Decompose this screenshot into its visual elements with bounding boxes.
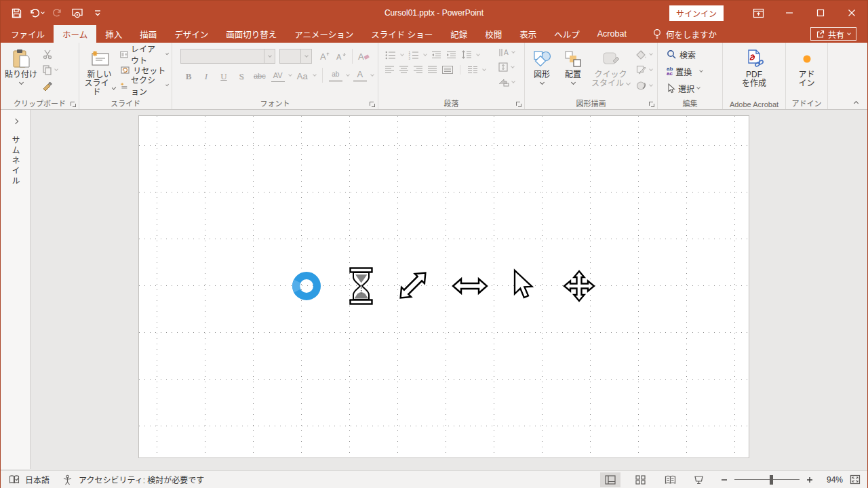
accessibility-status[interactable]: アクセシビリティ: 検討が必要です <box>79 474 204 485</box>
collapse-ribbon-button[interactable] <box>851 98 861 106</box>
svg-text:A: A <box>358 52 364 61</box>
paste-button[interactable]: 貼り付け <box>2 45 40 98</box>
tab-view[interactable]: 表示 <box>511 25 545 43</box>
tab-transitions[interactable]: 画面切り替え <box>217 25 285 43</box>
arrange-button[interactable]: 配置 <box>557 45 589 98</box>
clipboard-dialog-launcher[interactable] <box>70 101 77 108</box>
bullets-icon <box>385 51 396 60</box>
layout-dropdown-icon[interactable] <box>165 52 169 55</box>
tab-draw[interactable]: 描画 <box>131 25 165 43</box>
find-button[interactable]: 検索 <box>665 47 705 61</box>
tab-help[interactable]: ヘルプ <box>545 25 589 43</box>
ribbon-display-options-button[interactable] <box>743 1 774 25</box>
save-icon[interactable] <box>7 4 25 22</box>
normal-view-button[interactable] <box>600 472 620 487</box>
bold-button: B <box>182 68 195 82</box>
font-size-dropdown-icon[interactable] <box>300 49 311 63</box>
reading-view-button[interactable] <box>660 472 680 487</box>
tab-insert[interactable]: 挿入 <box>96 25 131 43</box>
sign-in-button[interactable]: サインイン <box>669 5 724 21</box>
slide-sorter-view-button[interactable] <box>630 472 650 487</box>
section-button[interactable]: セクション <box>118 79 170 92</box>
cursor-resize-diagonal[interactable] <box>396 268 431 303</box>
tab-file[interactable]: ファイル <box>2 25 54 43</box>
paragraph-group-label: 段落 <box>378 98 524 108</box>
quick-styles-icon <box>601 47 620 70</box>
select-dropdown-icon[interactable] <box>696 85 701 89</box>
thumbnail-pane-collapsed[interactable]: サムネイル <box>1 110 31 469</box>
convert-smartart-button <box>498 77 515 87</box>
replace-button[interactable]: ab ac 置換 <box>665 64 705 78</box>
zoom-percentage[interactable]: 94% <box>820 475 843 485</box>
quick-styles-label-2: スタイル <box>591 79 624 88</box>
zoom-slider[interactable] <box>734 475 800 485</box>
slideshow-view-button[interactable] <box>688 472 709 487</box>
tab-animations[interactable]: アニメーション <box>285 25 362 43</box>
drawing-dialog-launcher[interactable] <box>648 101 655 108</box>
section-dropdown-icon[interactable] <box>165 83 169 86</box>
tab-design[interactable]: デザイン <box>165 25 217 43</box>
select-button[interactable]: 選択 <box>665 81 705 95</box>
window-title-text: Cursol01.pptx - PowerPoint <box>384 8 484 18</box>
addins-button[interactable]: アド イン <box>791 45 823 98</box>
tab-acrobat[interactable]: Acrobat <box>589 25 635 43</box>
shapes-button[interactable]: 図形 <box>526 45 557 98</box>
create-pdf-button[interactable]: PDF を作成 <box>738 45 770 98</box>
tab-home[interactable]: ホーム <box>54 25 96 43</box>
slide[interactable] <box>138 115 749 458</box>
arrange-dropdown-icon[interactable] <box>570 80 575 85</box>
customize-qat-button[interactable] <box>89 4 106 22</box>
zoom-out-button[interactable] <box>719 474 729 485</box>
slideshow-from-start-button[interactable] <box>68 4 86 22</box>
distribute-text-icon <box>442 66 453 74</box>
accessibility-icon[interactable] <box>62 474 73 485</box>
cursor-hourglass[interactable] <box>351 268 372 304</box>
shapes-dropdown-icon[interactable] <box>539 80 544 85</box>
svg-text:A: A <box>504 49 509 56</box>
change-case-button: Aa <box>296 68 309 82</box>
shape-fill-button <box>634 47 654 61</box>
slide-objects <box>139 116 750 459</box>
cursor-arrow-pointer[interactable] <box>515 270 532 298</box>
close-button[interactable] <box>836 1 867 25</box>
tab-record[interactable]: 記録 <box>441 25 476 43</box>
line-spacing-dropdown-icon <box>476 52 480 56</box>
thumbnail-pane-label[interactable]: サムネイル <box>9 136 21 186</box>
tell-me-box[interactable]: 何をしますか <box>653 25 717 43</box>
paste-dropdown-icon[interactable] <box>18 80 23 85</box>
replace-dropdown-icon[interactable] <box>700 68 704 73</box>
cursor-move-cross[interactable] <box>564 271 594 301</box>
tab-review[interactable]: 校閲 <box>476 25 511 43</box>
language-indicator[interactable]: 日本語 <box>25 474 50 485</box>
font-name-field[interactable] <box>181 49 264 63</box>
expand-thumbnails-icon[interactable] <box>12 119 18 124</box>
undo-dropdown-icon[interactable] <box>41 10 45 14</box>
cursor-resize-horizontal[interactable] <box>453 279 487 293</box>
minimize-button[interactable] <box>774 1 805 25</box>
new-slide-button[interactable]: 新しい スライド <box>81 45 118 98</box>
font-size-field[interactable] <box>280 49 300 63</box>
layout-button[interactable]: レイアウト <box>118 47 170 61</box>
font-name-combo[interactable] <box>180 49 275 64</box>
spell-check-icon[interactable] <box>9 474 20 485</box>
font-name-dropdown-icon[interactable] <box>264 49 275 63</box>
maximize-button[interactable] <box>805 1 836 25</box>
copy-icon <box>42 64 52 75</box>
undo-button[interactable] <box>28 4 45 22</box>
new-slide-dropdown-icon[interactable] <box>112 85 117 90</box>
zoom-slider-handle[interactable] <box>770 475 773 485</box>
paragraph-dialog-launcher[interactable] <box>515 101 522 108</box>
fit-slide-to-window-button[interactable] <box>850 474 861 485</box>
cursor-busy-ring[interactable] <box>296 276 317 297</box>
find-label: 検索 <box>679 49 696 60</box>
shape-fill-icon <box>636 49 647 60</box>
format-painter-button[interactable] <box>40 79 60 92</box>
font-size-combo[interactable] <box>279 49 312 64</box>
addins-group-label: アドイン <box>786 98 827 108</box>
tab-slideshow[interactable]: スライド ショー <box>362 25 441 43</box>
align-left-icon <box>385 66 395 74</box>
zoom-in-button[interactable] <box>805 474 814 485</box>
shape-outline-button <box>634 63 654 77</box>
share-button[interactable]: 共有 <box>810 27 856 41</box>
font-dialog-launcher[interactable] <box>369 101 376 108</box>
